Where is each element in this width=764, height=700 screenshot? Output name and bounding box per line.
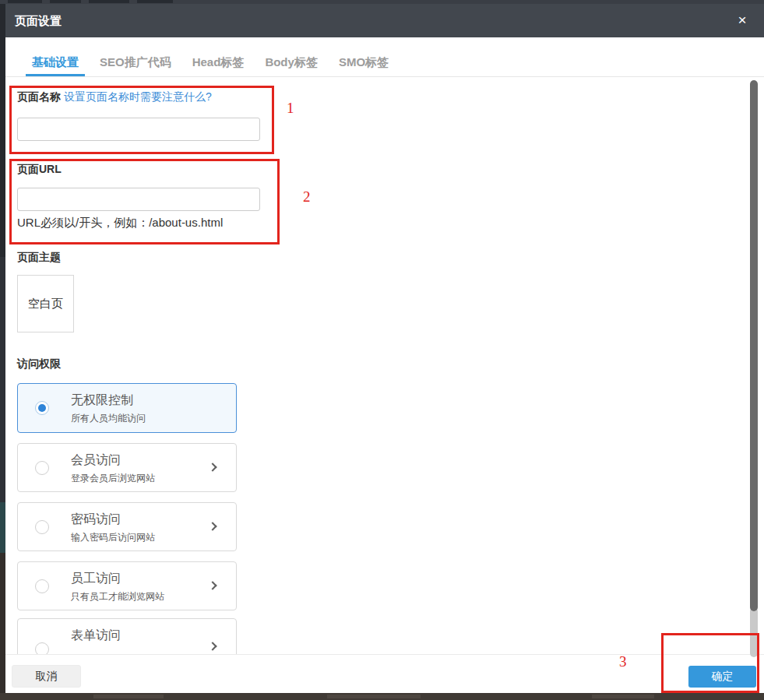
access-option-member[interactable]: 会员访问 登录会员后浏览网站 (17, 443, 237, 492)
vertical-scrollbar[interactable] (750, 78, 758, 662)
access-option-subtitle: 输入密码后访问网站 (71, 531, 155, 544)
page-url-hint: URL必须以/开头，例如：/about-us.html (17, 216, 223, 230)
radio-icon[interactable] (35, 520, 49, 534)
access-option-title: 员工访问 (71, 571, 121, 587)
dialog-footer: 取消 确定 (5, 654, 764, 693)
page-url-label: 页面URL (17, 163, 62, 177)
access-option-no-restriction[interactable]: 无权限控制 所有人员均能访问 (17, 383, 237, 433)
close-icon[interactable]: × (731, 4, 754, 37)
page-name-label: 页面名称 设置页面名称时需要注意什么? (17, 90, 212, 104)
backdrop-fragment (89, 0, 129, 3)
chevron-right-icon (208, 463, 217, 471)
backdrop-fragment (8, 0, 42, 3)
backdrop-fragment (93, 695, 164, 698)
tab-head-tag[interactable]: Head标签 (186, 49, 251, 76)
access-option-title: 表单访问 (71, 628, 121, 644)
access-option-title: 会员访问 (71, 452, 121, 469)
page-theme-label: 页面主题 (17, 251, 61, 265)
page-name-help-link[interactable]: 设置页面名称时需要注意什么? (64, 90, 212, 103)
tab-seo-code[interactable]: SEO推广代码 (93, 49, 178, 76)
backdrop-fragment (0, 502, 5, 553)
backdrop-left-strip (0, 4, 5, 693)
page-url-input[interactable] (17, 188, 260, 211)
tab-smo-tag[interactable]: SMO标签 (333, 49, 395, 76)
theme-option-blank-page[interactable]: 空白页 (17, 275, 74, 332)
backdrop-fragment (0, 257, 5, 502)
cancel-button[interactable]: 取消 (12, 665, 81, 688)
scrollbar-thumb[interactable] (750, 80, 758, 611)
dialog-title: 页面设置 (15, 4, 62, 37)
scrollbar-track[interactable] (750, 607, 758, 657)
chevron-right-icon (208, 642, 217, 650)
chevron-right-icon (208, 581, 217, 589)
access-option-title: 密码访问 (71, 512, 121, 528)
theme-option-label: 空白页 (28, 297, 63, 311)
page-name-label-text: 页面名称 (17, 90, 61, 103)
tab-basic-settings[interactable]: 基础设置 (26, 49, 85, 76)
settings-tabbar: 基础设置 SEO推广代码 Head标签 Body标签 SMO标签 (5, 49, 764, 77)
access-option-subtitle: 只有员工才能浏览网站 (71, 590, 164, 603)
access-option-subtitle: 登录会员后浏览网站 (71, 472, 155, 485)
page-settings-screen: 页面设置 × 基础设置 SEO推广代码 Head标签 Body标签 SMO标签 … (0, 0, 764, 700)
radio-dot (38, 404, 46, 412)
radio-icon[interactable] (35, 579, 49, 593)
page-name-input[interactable] (17, 118, 260, 141)
access-option-subtitle: 所有人员均能访问 (71, 412, 146, 425)
confirm-button[interactable]: 确定 (688, 666, 756, 688)
backdrop-fragment (592, 695, 654, 698)
chevron-right-icon (208, 522, 217, 530)
tab-body-tag[interactable]: Body标签 (259, 49, 324, 76)
access-option-password[interactable]: 密码访问 输入密码后访问网站 (17, 502, 237, 551)
backdrop-fragment (50, 0, 81, 3)
backdrop-fragment (0, 553, 5, 697)
access-option-title: 无权限控制 (71, 392, 133, 409)
page-settings-dialog: 页面设置 × 基础设置 SEO推广代码 Head标签 Body标签 SMO标签 … (5, 4, 764, 693)
radio-icon[interactable] (35, 461, 49, 475)
dialog-header: 页面设置 × (5, 4, 764, 37)
access-permission-label: 访问权限 (17, 357, 61, 371)
backdrop-fragment (137, 0, 173, 3)
backdrop-bottom-strip (0, 693, 764, 700)
backdrop-fragment (327, 695, 421, 698)
access-option-staff[interactable]: 员工访问 只有员工才能浏览网站 (17, 561, 237, 610)
radio-selected-icon[interactable] (35, 401, 49, 415)
